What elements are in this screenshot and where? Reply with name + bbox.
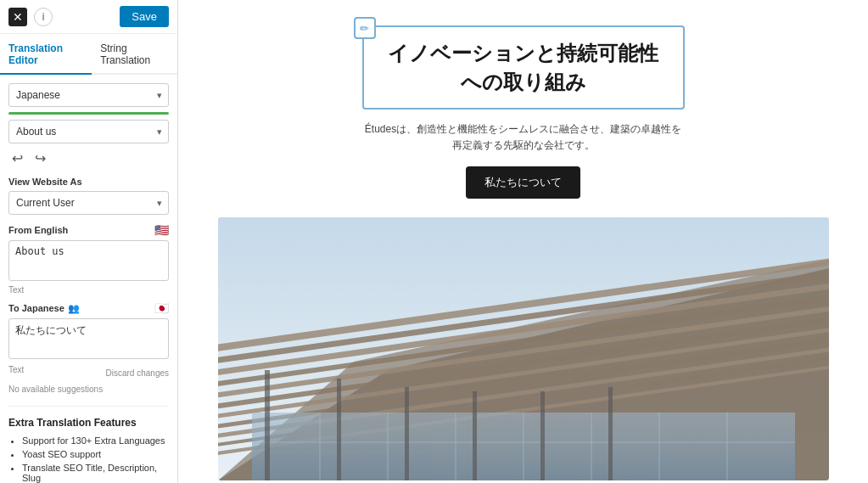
from-label-text: From English <box>8 225 68 235</box>
hero-title-box: ✏ イノベーションと持続可能性への取り組み <box>362 25 685 110</box>
undo-redo-bar: ↩ ↪ <box>8 149 169 168</box>
cta-button[interactable]: 私たちについて <box>466 166 580 199</box>
hero-text-container: ✏ イノベーションと持続可能性への取り組み Étudesは、創造性と機能性をシー… <box>362 25 685 199</box>
svg-rect-25 <box>405 387 409 480</box>
extra-features-title: Extra Translation Features <box>8 417 169 429</box>
page-select-wrap[interactable]: About us Home Contact Services <box>8 120 169 143</box>
pencil-icon: ✏ <box>360 22 369 35</box>
svg-rect-24 <box>337 379 341 480</box>
from-label-row: From English 🇺🇸 <box>8 223 169 237</box>
list-item: Yoast SEO support <box>22 449 169 459</box>
building-image <box>218 217 829 480</box>
from-to-section: From English 🇺🇸 About us Text To Japanes… <box>8 223 169 394</box>
language-underline <box>8 112 169 115</box>
list-item: Support for 130+ Extra Languages <box>22 435 169 446</box>
undo-button[interactable]: ↩ <box>8 149 26 168</box>
left-panel: ✕ i Save Translation Editor String Trans… <box>0 0 178 483</box>
to-label: To Japanese 👥 <box>8 303 80 314</box>
svg-rect-27 <box>540 391 545 480</box>
from-textarea[interactable]: About us <box>8 240 169 281</box>
view-as-select-wrap[interactable]: Current User Guest Admin <box>8 191 169 215</box>
top-bar: ✕ i Save <box>0 0 177 34</box>
svg-rect-26 <box>473 391 477 480</box>
top-bar-left: ✕ i <box>8 8 53 26</box>
people-icon: 👥 <box>68 303 80 314</box>
svg-rect-23 <box>265 370 270 480</box>
from-field-type: Text <box>8 285 169 295</box>
extra-features-list: Support for 130+ Extra Languages Yoast S… <box>8 435 169 483</box>
language-select[interactable]: Japanese French Spanish German <box>8 83 169 107</box>
right-panel: ✏ イノベーションと持続可能性への取り組み Étudesは、創造性と機能性をシー… <box>178 0 868 483</box>
building-overlay <box>218 217 829 480</box>
view-as-label: View Website As <box>8 177 169 187</box>
hero-subtitle: Étudesは、創造性と機能性をシームレスに融合させ、建築の卓越性を再定義する先… <box>362 121 685 154</box>
save-button[interactable]: Save <box>120 6 169 27</box>
hero-title: イノベーションと持続可能性への取り組み <box>379 39 668 96</box>
tab-translation-editor[interactable]: Translation Editor <box>0 34 92 75</box>
to-right: 🇯🇵 <box>154 301 169 315</box>
list-item: Translate SEO Title, Description, Slug <box>22 463 169 483</box>
svg-rect-28 <box>608 387 613 480</box>
suggestions-text: No available suggestions <box>8 385 169 394</box>
view-as-select[interactable]: Current User Guest Admin <box>8 191 169 215</box>
language-select-wrap[interactable]: Japanese French Spanish German <box>8 83 169 107</box>
to-flag: 🇯🇵 <box>154 301 169 315</box>
discard-link[interactable]: Discard changes <box>106 368 169 378</box>
page-select[interactable]: About us Home Contact Services <box>8 120 169 143</box>
tab-string-translation[interactable]: String Translation <box>92 34 177 75</box>
info-icon: i <box>42 11 45 23</box>
close-icon: ✕ <box>13 10 23 24</box>
preview-content: ✏ イノベーションと持続可能性への取り組み Étudesは、創造性と機能性をシー… <box>178 0 868 483</box>
tabs-bar: Translation Editor String Translation <box>0 34 177 75</box>
info-button[interactable]: i <box>34 8 53 26</box>
from-flag: 🇺🇸 <box>154 223 169 237</box>
panel-body: Japanese French Spanish German About us … <box>0 75 177 483</box>
redo-button[interactable]: ↪ <box>31 149 49 168</box>
to-textarea[interactable]: 私たちについて <box>8 318 169 359</box>
extra-features-section: Extra Translation Features Support for 1… <box>8 406 169 483</box>
close-button[interactable]: ✕ <box>8 8 27 26</box>
to-label-text: To Japanese <box>8 303 64 313</box>
edit-icon-badge[interactable]: ✏ <box>354 17 376 39</box>
to-label-row: To Japanese 👥 🇯🇵 <box>8 301 169 315</box>
to-field-type: Text <box>8 365 24 374</box>
